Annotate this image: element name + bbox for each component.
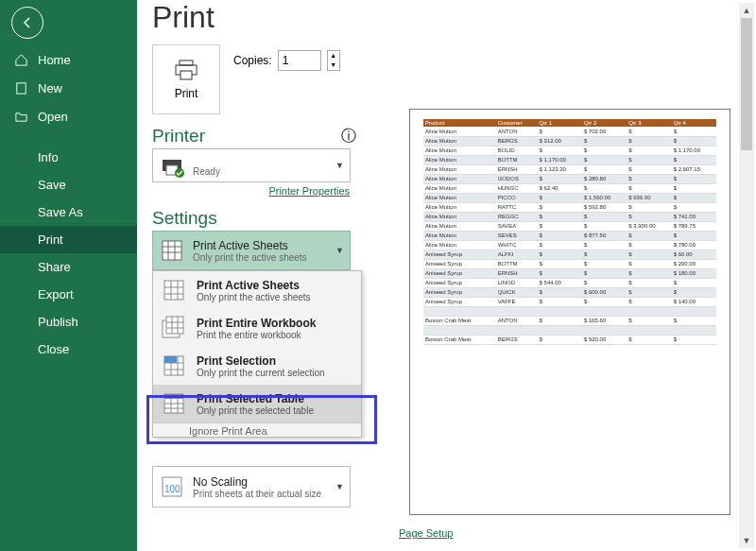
scroll-up[interactable]: ▲ — [739, 3, 754, 18]
nav-saveas[interactable]: Save As — [0, 198, 137, 226]
opt0-sub: Only print the active sheets — [197, 292, 311, 302]
svg-rect-7 — [163, 241, 181, 260]
print-button-label: Print — [175, 87, 198, 100]
copies-up[interactable]: ▲ — [328, 51, 339, 60]
scaling-icon: 100 — [159, 474, 185, 500]
nav-open[interactable]: Open — [0, 102, 137, 130]
nav-save-label: Save — [38, 178, 66, 192]
nav-publish[interactable]: Publish — [0, 308, 137, 336]
current-setting-sub: Only print the active sheets — [193, 252, 307, 263]
nav-home[interactable]: Home — [0, 45, 137, 74]
nav-open-label: Open — [38, 110, 68, 124]
nav-publish-label: Publish — [38, 315, 78, 329]
home-icon — [13, 52, 28, 67]
nav-share[interactable]: Share — [0, 253, 137, 281]
nav-export[interactable]: Export — [0, 281, 137, 308]
printer-section-label: Printer — [152, 126, 205, 146]
svg-rect-0 — [16, 82, 25, 93]
ignore-print-area[interactable]: Ignore Print Area — [189, 425, 361, 437]
svg-rect-30 — [164, 394, 183, 399]
current-setting-title: Print Active Sheets — [193, 239, 307, 252]
back-button[interactable] — [11, 7, 43, 39]
chevron-down-icon: ▼ — [335, 246, 344, 255]
info-icon[interactable]: ⓘ — [341, 127, 356, 146]
nav-export-label: Export — [38, 287, 74, 301]
svg-text:100: 100 — [164, 484, 180, 494]
chevron-down-icon: ▼ — [335, 161, 344, 170]
nav-new-label: New — [38, 81, 62, 95]
sheet-icon — [161, 277, 187, 303]
page-setup-link[interactable]: Page Setup — [399, 527, 454, 539]
nav-save[interactable]: Save — [0, 171, 137, 198]
scroll-down[interactable]: ▼ — [739, 533, 754, 548]
nav-close-label: Close — [38, 342, 69, 356]
printer-properties-link[interactable]: Printer Properties — [137, 185, 350, 197]
workbook-icon — [161, 315, 187, 341]
option-selection[interactable]: Print SelectionOnly print the current se… — [153, 347, 361, 385]
opt1-sub: Print the entire workbook — [197, 330, 316, 340]
chevron-down-icon: ▼ — [335, 482, 344, 491]
open-icon — [13, 109, 28, 124]
nav-info[interactable]: Info — [0, 144, 137, 171]
nav-print-label: Print — [38, 232, 63, 247]
table-icon — [161, 390, 187, 417]
selection-icon — [161, 353, 187, 379]
opt3-sub: Only print the selected table — [197, 405, 314, 416]
page-title: Print — [152, 0, 756, 35]
scaling-sub: Print sheets at their actual size — [193, 489, 321, 499]
new-icon — [13, 80, 28, 95]
nav-print[interactable]: Print — [0, 226, 137, 253]
opt3-title: Print Selected Table — [197, 392, 314, 405]
nav-home-label: Home — [38, 53, 71, 67]
print-panel: Print Print Copies: ▲▼ Printerⓘ Ready ▼ … — [137, 0, 756, 551]
printer-icon — [173, 59, 199, 81]
scaling-selector[interactable]: 100 No ScalingPrint sheets at their actu… — [152, 466, 351, 508]
opt2-title: Print Selection — [197, 354, 325, 368]
nav-saveas-label: Save As — [38, 205, 83, 219]
svg-rect-3 — [180, 71, 192, 79]
print-preview: ProductCustomerQtr 1Qtr 2Qtr 3Qtr 4 Alic… — [409, 109, 730, 515]
option-selected-table[interactable]: Print Selected TableOnly print the selec… — [153, 385, 361, 422]
nav-close[interactable]: Close — [0, 336, 137, 363]
nav-share-label: Share — [38, 260, 71, 274]
printer-status: Ready — [193, 166, 220, 177]
opt0-title: Print Active Sheets — [197, 279, 311, 292]
printer-selector[interactable]: Ready ▼ — [152, 148, 351, 182]
option-entire-workbook[interactable]: Print Entire WorkbookPrint the entire wo… — [153, 309, 361, 347]
scroll-thumb[interactable] — [741, 18, 752, 150]
backstage-sidebar: Home New Open Info Save Save As Print Sh… — [0, 0, 137, 551]
vertical-scrollbar[interactable]: ▲ ▼ — [739, 3, 754, 548]
printer-device-icon — [159, 152, 185, 179]
svg-rect-18 — [166, 317, 183, 334]
svg-rect-1 — [180, 60, 193, 65]
print-what-selector[interactable]: Print Active SheetsOnly print the active… — [152, 231, 351, 270]
opt2-sub: Only print the current selection — [197, 368, 325, 378]
nav-info-label: Info — [38, 150, 59, 164]
scaling-title: No Scaling — [193, 475, 321, 489]
copies-down[interactable]: ▼ — [328, 60, 339, 70]
option-active-sheets[interactable]: Print Active SheetsOnly print the active… — [153, 271, 361, 309]
copies-input[interactable] — [278, 50, 321, 71]
print-button[interactable]: Print — [152, 44, 220, 114]
copies-label: Copies: — [233, 54, 272, 67]
print-what-dropdown: Print Active SheetsOnly print the active… — [152, 270, 362, 438]
arrow-left-icon — [20, 15, 35, 30]
copies-stepper: ▲▼ — [327, 50, 340, 71]
svg-rect-12 — [164, 281, 183, 300]
opt1-title: Print Entire Workbook — [197, 317, 316, 330]
sheet-icon — [159, 237, 185, 264]
nav-new[interactable]: New — [0, 74, 137, 102]
preview-table: ProductCustomerQtr 1Qtr 2Qtr 3Qtr 4 Alic… — [423, 119, 716, 345]
